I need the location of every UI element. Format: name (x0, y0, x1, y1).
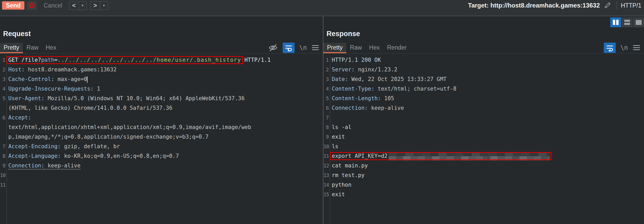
code-segment: path (41, 57, 54, 63)
code-segment: Content-Type: (332, 86, 374, 92)
http-version-selector[interactable]: HTTP/1 (621, 2, 641, 9)
word-wrap-icon[interactable] (604, 43, 616, 53)
show-newlines-icon[interactable]: \n (299, 44, 307, 51)
line-number: 2 (0, 65, 5, 74)
line-number: 11 (323, 151, 329, 161)
code-content: Content-Length: 105 (332, 94, 394, 103)
hide-matches-eye-icon[interactable] (268, 43, 278, 52)
code-segment: exit (332, 134, 345, 140)
cancel-button[interactable]: Cancel (40, 2, 65, 9)
code-line: 5User-Agent: Mozilla/5.0 (Windows NT 10.… (0, 94, 323, 103)
tab-hex[interactable]: Hex (42, 43, 60, 53)
code-segment: text/html; charset=utf-8 (374, 86, 456, 92)
code-content: Date: Wed, 22 Oct 2025 13:33:27 GMT (332, 74, 447, 84)
send-button[interactable]: Send (2, 1, 24, 10)
code-segment: ko-KR,ko;q=0.9,en-US;q=0.8,en;q=0.7 (61, 153, 179, 159)
code-line: 1GET /file?path=../../../../../../../../… (0, 55, 323, 65)
code-content: ls (332, 142, 338, 151)
code-segment: Connection: (8, 162, 44, 169)
tab-raw[interactable]: Raw (23, 43, 42, 53)
editor-menu-icon[interactable] (633, 44, 640, 51)
tab-render[interactable]: Render (383, 43, 410, 53)
edit-target-pencil-icon[interactable] (604, 2, 611, 9)
divider (616, 1, 617, 10)
line-number (0, 132, 5, 142)
code-segment: Wed, 22 Oct 2025 13:33:27 GMT (348, 76, 446, 82)
gutter-divider (330, 55, 330, 224)
code-content: ls -al (332, 123, 351, 132)
line-number: 14 (323, 180, 329, 190)
code-segment: host8.dreamhack.games:13632 (25, 66, 117, 73)
code-content: HTTP/1.1 200 OK (332, 55, 381, 65)
code-segment: Cache-Control: (8, 76, 54, 82)
response-panel-title: Response (327, 30, 360, 38)
line-number: 8 (323, 123, 329, 132)
word-wrap-icon[interactable] (283, 43, 295, 53)
line-number: 10 (323, 142, 329, 151)
tab-hex[interactable]: Hex (365, 43, 383, 53)
code-segment: gzip, deflate, br (61, 143, 120, 150)
code-segment: (KHTML, like Gecko) Chrome/141.0.0.0 Saf… (8, 105, 172, 111)
forward-button[interactable]: > (91, 2, 100, 9)
code-segment: Connection: (332, 105, 368, 111)
layout-side-by-side-icon[interactable] (610, 17, 621, 27)
code-segment: Host: (8, 66, 25, 73)
line-number (0, 103, 5, 113)
request-editor[interactable]: 1GET /file?path=../../../../../../../../… (0, 55, 323, 224)
code-segment: keep-alive (44, 162, 80, 169)
code-segment: 105 (381, 95, 394, 101)
layout-tabs-icon[interactable] (633, 17, 644, 27)
gutter-divider (6, 55, 7, 224)
code-content: text/html,application/xhtml+xml,applicat… (8, 123, 251, 132)
highlight-annotation-box: export API_KEY=d2 (330, 151, 551, 161)
tab-raw[interactable]: Raw (346, 43, 365, 53)
code-line: 10 (0, 171, 323, 180)
code-segment: ls -al (332, 124, 351, 130)
code-segment: = (54, 57, 58, 63)
line-number: 9 (0, 161, 5, 171)
code-line: 12cat main.py (323, 161, 644, 171)
code-content: Accept: (8, 113, 31, 123)
code-line: 10ls (323, 142, 644, 151)
editor-menu-icon[interactable] (311, 44, 319, 51)
layout-stacked-icon[interactable] (622, 17, 633, 27)
code-line: 11 (0, 180, 323, 190)
line-number: 15 (323, 190, 329, 199)
line-number: 12 (323, 161, 329, 171)
code-segment: keep-alive (368, 105, 404, 111)
show-newlines-icon[interactable]: \n (620, 44, 628, 51)
code-content: Accept-Language: ko-KR,ko;q=0.9,en-US;q=… (8, 151, 179, 161)
line-number: 9 (323, 132, 329, 142)
line-number: 4 (323, 84, 329, 94)
forward-history-dropdown[interactable]: ▼ (100, 4, 108, 8)
code-line: text/html,application/xhtml+xml,applicat… (0, 123, 323, 132)
code-content: exit (332, 190, 345, 199)
back-button[interactable]: < (69, 2, 79, 9)
code-line: 7Accept-Encoding: gzip, deflate, br (0, 142, 323, 151)
request-tabbar: PrettyRawHex \n (0, 43, 323, 53)
back-button-group: < ▼ (69, 1, 87, 10)
line-number: 5 (323, 94, 329, 103)
code-line: 1HTTP/1.1 200 OK (323, 55, 644, 65)
code-segment: nginx/1.23.2 (355, 66, 397, 73)
back-history-dropdown[interactable]: ▼ (79, 4, 86, 8)
send-settings-button[interactable]: ⚙ (26, 1, 37, 10)
code-content: Accept-Encoding: gzip, deflate, br (8, 142, 120, 151)
layout-toggle-group (610, 17, 644, 27)
code-segment: max-age=0 (54, 76, 87, 82)
code-line: 4Upgrade-Insecure-Requests: 1 (0, 84, 323, 94)
line-number (0, 123, 5, 132)
response-editor[interactable]: 1HTTP/1.1 200 OK2Server: nginx/1.23.23Da… (323, 55, 644, 224)
line-number: 3 (0, 74, 5, 84)
tab-pretty[interactable]: Pretty (323, 43, 346, 53)
code-line: 6Accept: (0, 113, 323, 123)
code-content: python (332, 180, 351, 190)
code-line: 11export API_KEY=d2 (323, 151, 644, 161)
code-line: 15exit (323, 190, 644, 199)
code-content: GET /file?path=../../../../../../../../.… (8, 55, 271, 65)
code-line: 8ls -al (323, 123, 644, 132)
code-line: 8Accept-Language: ko-KR,ko;q=0.9,en-US;q… (0, 151, 323, 161)
code-content: Cache-Control: max-age=0 (8, 74, 87, 84)
code-segment: exit (332, 191, 345, 198)
tab-pretty[interactable]: Pretty (0, 43, 23, 53)
